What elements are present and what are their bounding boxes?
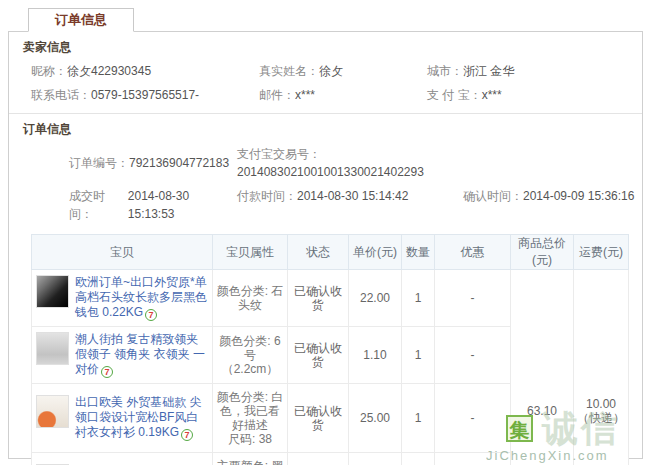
item-qty: 1 <box>402 270 435 327</box>
item-attrs: 颜色分类: 石头纹 <box>213 270 288 327</box>
order-section-title: 订单信息 <box>9 114 642 142</box>
product-thumbnail <box>36 395 69 428</box>
item-discount: - <box>435 327 511 384</box>
pay-time: 付款时间：2014-08-30 15:14:42 <box>237 187 463 223</box>
order-panel: 卖家信息 昵称：徐攵422930345 真实姓名：徐攵 城市：浙江 金华 联系电… <box>8 31 643 459</box>
item-status: 已确认收货 <box>288 384 349 453</box>
seller-email: 邮件：x*** <box>259 86 427 105</box>
col-header-qty: 数量 <box>402 235 435 270</box>
table-row: 欧洲订单~出口外贸原*单 高档石头纹长款多层黑色钱包 0.22KG7 颜色分类:… <box>32 270 629 327</box>
item-discount: - <box>435 384 511 453</box>
col-header-attrs: 宝贝属性 <box>213 235 288 270</box>
confirm-time: 确认时间：2014-09-09 15:36:16 <box>463 187 642 223</box>
item-status: 已确认收货 <box>288 453 349 465</box>
deal-time: 成交时间：2014-08-30 15:13:53 <box>9 187 237 223</box>
item-qty: 1 <box>402 327 435 384</box>
item-attrs: 颜色分类: 6号 （2.2cm） <box>213 327 288 384</box>
seven-day-return-icon: 7 <box>145 309 157 321</box>
product-thumbnail <box>36 332 69 365</box>
col-header-unit-price: 单价(元) <box>349 235 402 270</box>
seller-phone: 联系电话：0579-15397565517- <box>31 86 259 105</box>
item-price: 22.00 <box>349 270 402 327</box>
col-header-total: 商品总价(元) <box>511 235 574 270</box>
seven-day-return-icon: 7 <box>101 366 113 378</box>
item-price: 5.00 <box>349 453 402 465</box>
order-detail-page: 订单信息 卖家信息 昵称：徐攵422930345 真实姓名：徐攵 城市：浙江 金… <box>0 0 650 465</box>
item-qty: 1 <box>402 453 435 465</box>
col-header-discount: 优惠 <box>435 235 511 270</box>
seller-section-title: 卖家信息 <box>9 32 642 60</box>
seller-alipay: 支 付 宝：x*** <box>427 86 642 105</box>
item-attrs: 颜色分类: 白色，我已看好描述 尺码: 38 <box>213 384 288 453</box>
seller-real-name: 真实姓名：徐攵 <box>259 62 427 81</box>
seven-day-return-icon: 7 <box>181 429 193 441</box>
alipay-transaction-number: 支付宝交易号： 2014083021001001330021402293 <box>237 145 463 181</box>
item-qty: 1 <box>402 384 435 453</box>
col-header-item: 宝贝 <box>32 235 213 270</box>
item-discount: - <box>435 453 511 465</box>
item-price: 25.00 <box>349 384 402 453</box>
item-status: 已确认收货 <box>288 270 349 327</box>
product-title-link[interactable]: 欧洲订单~出口外贸原*单 高档石头纹长款多层黑色钱包 0.22KG <box>75 275 207 319</box>
col-header-shipping: 运费(元) <box>574 235 629 270</box>
tab-order-info[interactable]: 订单信息 <box>28 8 134 32</box>
item-status: 已确认收货 <box>288 327 349 384</box>
table-header-row: 宝贝 宝贝属性 状态 单价(元) 数量 优惠 商品总价(元) 运费(元) <box>32 235 629 270</box>
product-thumbnail <box>36 275 69 308</box>
order-number: 订单编号：792136904772183 <box>9 145 237 181</box>
order-info-section: 订单信息 订单编号：792136904772183 支付宝交易号： 201408… <box>9 114 642 226</box>
item-discount: - <box>435 270 511 327</box>
seller-city: 城市：浙江 金华 <box>427 62 642 81</box>
product-title-link[interactable]: 潮人街拍 复古精致领夹 假领子 领角夹 衣领夹 一对价 <box>75 332 205 376</box>
total-price-cell: 63.10 <box>511 270 574 465</box>
seller-nick: 昵称：徐攵422930345 <box>31 62 259 81</box>
col-header-status: 状态 <box>288 235 349 270</box>
tab-label: 订单信息 <box>55 12 107 27</box>
shipping-cell: 10.00 （快递） <box>574 270 629 465</box>
seller-info-section: 卖家信息 昵称：徐攵422930345 真实姓名：徐攵 城市：浙江 金华 联系电… <box>9 32 642 108</box>
item-price: 1.10 <box>349 327 402 384</box>
item-attrs: 主要颜色: 黑色 尺码: S <box>213 453 288 465</box>
items-table: 宝贝 宝贝属性 状态 单价(元) 数量 优惠 商品总价(元) 运费(元) 欧洲订… <box>31 234 629 465</box>
